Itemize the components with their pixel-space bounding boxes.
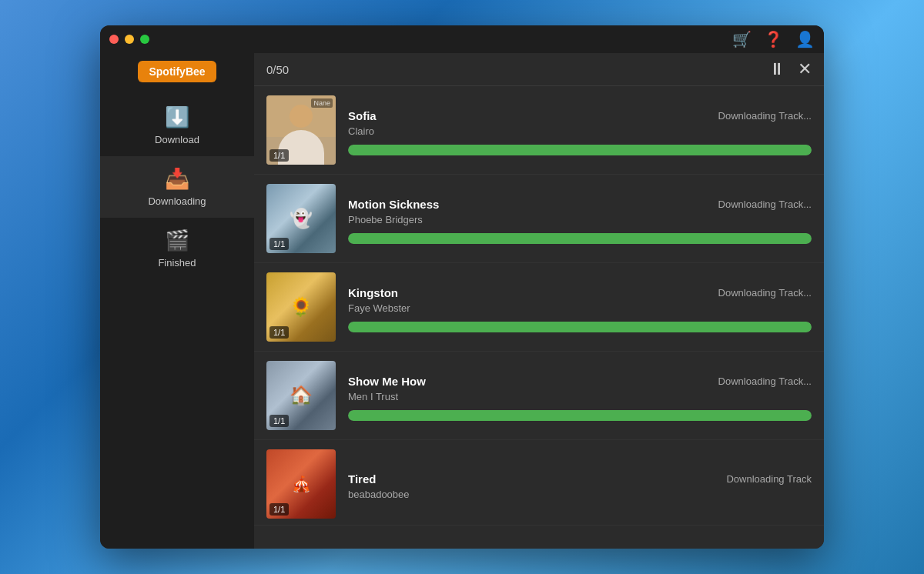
track-title: Sofia [348, 109, 377, 122]
progress-bar-container [348, 233, 812, 244]
sidebar: SpotifyBee ⬇️ Download 📥 Downloading 🎬 F… [100, 53, 254, 549]
track-status: Downloading Track [726, 473, 812, 485]
track-title: Tired [348, 472, 376, 486]
track-artist: Clairo [348, 125, 812, 137]
app-window: 🛒 ❓ 👤 SpotifyBee ⬇️ Download 📥 Downloadi… [100, 25, 824, 549]
track-status-row: Tired Downloading Track [348, 472, 812, 486]
track-item: Nane 1/1 Sofia Downloading Track... Clai… [254, 86, 824, 175]
top-bar: 0/50 ⏸ ✕ [254, 53, 824, 86]
pause-button[interactable]: ⏸ [768, 61, 785, 78]
track-thumbnail: Nane 1/1 [266, 95, 336, 165]
progress-bar-fill [348, 145, 812, 155]
track-info: Sofia Downloading Track... Clairo [348, 105, 812, 155]
track-item: 🏠 1/1 Show Me How Downloading Track... M… [254, 352, 824, 440]
track-status-row: Motion Sickness Downloading Track... [348, 198, 812, 211]
top-bar-actions: ⏸ ✕ [768, 61, 812, 78]
track-artist: Phoebe Bridgers [348, 214, 812, 225]
track-title: Show Me How [348, 375, 426, 388]
track-num-badge: 1/1 [270, 503, 289, 516]
track-title: Kingston [348, 286, 398, 299]
app-logo[interactable]: SpotifyBee [138, 61, 216, 82]
track-thumbnail: 🏠 1/1 [266, 361, 336, 430]
track-artist: Faye Webster [348, 302, 812, 314]
close-traffic-light[interactable] [109, 35, 119, 44]
progress-bar-fill [348, 410, 812, 421]
track-num-badge: 1/1 [270, 149, 289, 162]
traffic-lights [109, 35, 149, 44]
track-thumbnail: 🎪 1/1 [266, 449, 336, 519]
progress-bar-fill [348, 322, 812, 332]
fullscreen-traffic-light[interactable] [140, 35, 149, 44]
user-add-icon[interactable]: 👤 [795, 30, 815, 48]
track-num-badge: 1/1 [270, 326, 289, 339]
track-artist: beabadoobee [348, 489, 812, 500]
close-button[interactable]: ✕ [798, 61, 812, 78]
track-item: 🎪 1/1 Tired Downloading Track beabadoobe… [254, 440, 824, 526]
app-body: SpotifyBee ⬇️ Download 📥 Downloading 🎬 F… [100, 53, 824, 549]
progress-label: 0/50 [266, 63, 768, 76]
track-list: Nane 1/1 Sofia Downloading Track... Clai… [254, 86, 824, 549]
help-icon[interactable]: ❓ [764, 30, 783, 48]
sidebar-finished-label: Finished [158, 257, 196, 269]
track-status: Downloading Track... [718, 199, 812, 210]
track-thumbnail: 🌻 1/1 [266, 272, 336, 342]
finished-icon: 🎬 [165, 229, 189, 252]
progress-bar-container [348, 322, 812, 332]
minimize-traffic-light[interactable] [125, 35, 134, 44]
progress-bar-container [348, 410, 812, 421]
progress-bar-fill [348, 233, 812, 244]
main-content: 0/50 ⏸ ✕ Nane 1/1 [254, 53, 824, 549]
titlebar: 🛒 ❓ 👤 [100, 25, 824, 53]
sidebar-download-label: Download [155, 134, 199, 145]
cart-icon[interactable]: 🛒 [732, 30, 752, 48]
track-status: Downloading Track... [718, 287, 812, 299]
track-item: 🌻 1/1 Kingston Downloading Track... Faye… [254, 263, 824, 352]
track-info: Motion Sickness Downloading Track... Pho… [348, 193, 812, 244]
track-info: Kingston Downloading Track... Faye Webst… [348, 282, 812, 332]
sidebar-item-finished[interactable]: 🎬 Finished [100, 218, 254, 279]
track-num-badge: 1/1 [270, 238, 289, 250]
track-status: Downloading Track... [718, 375, 812, 387]
progress-bar-container [348, 145, 812, 155]
track-num-badge: 1/1 [270, 415, 289, 427]
sidebar-item-downloading[interactable]: 📥 Downloading [100, 156, 254, 218]
track-info: Show Me How Downloading Track... Men I T… [348, 370, 812, 421]
header-actions: 🛒 ❓ 👤 [732, 30, 815, 48]
track-status-row: Sofia Downloading Track... [348, 109, 812, 122]
track-thumbnail: 👻 1/1 [266, 184, 336, 253]
track-status-row: Kingston Downloading Track... [348, 286, 812, 299]
download-icon: ⬇️ [165, 105, 189, 129]
sidebar-item-download[interactable]: ⬇️ Download [100, 95, 254, 156]
downloading-icon: 📥 [165, 167, 189, 191]
track-status: Downloading Track... [718, 110, 812, 122]
track-status-row: Show Me How Downloading Track... [348, 375, 812, 388]
sidebar-downloading-label: Downloading [148, 195, 206, 207]
track-title: Motion Sickness [348, 198, 439, 211]
track-info: Tired Downloading Track beabadoobee [348, 468, 812, 500]
track-item: 👻 1/1 Motion Sickness Downloading Track.… [254, 175, 824, 263]
track-artist: Men I Trust [348, 391, 812, 402]
